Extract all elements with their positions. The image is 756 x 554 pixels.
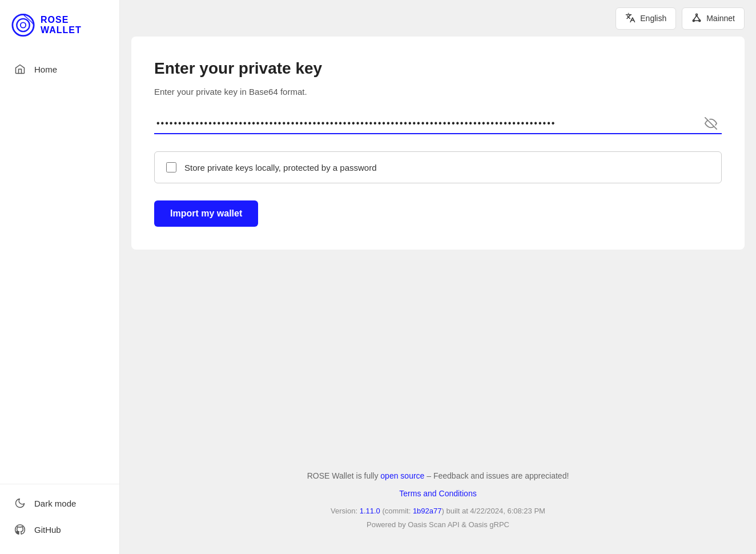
- toggle-visibility-button[interactable]: [705, 117, 717, 130]
- private-key-input[interactable]: [154, 114, 722, 133]
- footer-line-2: Terms and Conditions: [131, 487, 745, 501]
- footer: ROSE Wallet is fully open source – Feedb…: [120, 452, 756, 554]
- commit-hash-link[interactable]: 1b92a77: [413, 507, 442, 515]
- github-icon: [14, 523, 26, 536]
- footer-powered-by: Powered by Oasis Scan API & Oasis gRPC: [131, 518, 745, 531]
- open-source-link[interactable]: open source: [380, 471, 424, 480]
- sidebar-item-dark-mode[interactable]: Dark mode: [0, 490, 119, 516]
- main-content: English Mainnet Enter your private key E…: [120, 0, 756, 554]
- footer-version: Version: 1.11.0 (commit: 1b92a77) built …: [131, 504, 745, 517]
- sidebar-item-github[interactable]: GitHub: [0, 516, 119, 543]
- private-key-input-wrapper: [154, 114, 722, 134]
- network-label: Mainnet: [706, 14, 735, 23]
- svg-point-1: [17, 19, 29, 31]
- svg-line-7: [697, 15, 699, 20]
- page-title: Enter your private key: [154, 59, 722, 78]
- language-selector[interactable]: English: [616, 7, 676, 30]
- rose-logo-icon: [11, 13, 35, 38]
- store-keys-checkbox[interactable]: [166, 162, 176, 172]
- svg-line-6: [694, 15, 697, 20]
- powered-by-text: Powered by Oasis Scan API & Oasis gRPC: [367, 520, 509, 529]
- header: English Mainnet: [120, 0, 756, 37]
- network-selector[interactable]: Mainnet: [682, 7, 745, 30]
- logo-text: ROSE WALLET: [41, 15, 108, 35]
- sidebar-item-home-label: Home: [34, 65, 57, 74]
- moon-icon: [14, 497, 26, 509]
- footer-text-before: ROSE Wallet is fully: [307, 471, 381, 480]
- translate-icon: [625, 13, 636, 25]
- sidebar: ROSE WALLET Home Dark mode GitHub: [0, 0, 120, 554]
- logo[interactable]: ROSE WALLET: [0, 0, 119, 50]
- svg-point-2: [21, 22, 26, 27]
- terms-conditions-link[interactable]: Terms and Conditions: [399, 489, 476, 498]
- commit-close: ) built at 4/22/2024, 6:08:23 PM: [442, 507, 545, 515]
- version-number-link[interactable]: 1.11.0: [360, 507, 380, 515]
- store-keys-checkbox-card[interactable]: Store private keys locally, protected by…: [154, 151, 722, 183]
- page-subtitle: Enter your private key in Base64 format.: [154, 87, 722, 97]
- sidebar-bottom: Dark mode GitHub: [0, 484, 119, 554]
- sidebar-item-github-label: GitHub: [34, 525, 61, 535]
- footer-line-1: ROSE Wallet is fully open source – Feedb…: [131, 469, 745, 483]
- private-key-card: Enter your private key Enter your privat…: [131, 37, 745, 250]
- home-icon: [14, 63, 26, 75]
- eye-off-icon: [705, 117, 717, 130]
- language-label: English: [640, 14, 666, 23]
- commit-text: (commit:: [380, 507, 413, 515]
- page-content: Enter your private key Enter your privat…: [120, 37, 756, 452]
- sidebar-item-home[interactable]: Home: [0, 56, 119, 82]
- footer-text-after: – Feedback and issues are appreciated!: [424, 471, 569, 480]
- svg-point-0: [13, 14, 34, 35]
- network-icon: [691, 13, 702, 25]
- sidebar-item-dark-mode-label: Dark mode: [34, 499, 76, 508]
- import-wallet-button[interactable]: Import my wallet: [154, 200, 258, 227]
- sidebar-nav: Home: [0, 50, 119, 484]
- store-keys-label: Store private keys locally, protected by…: [184, 163, 377, 172]
- version-text: Version:: [331, 507, 360, 515]
